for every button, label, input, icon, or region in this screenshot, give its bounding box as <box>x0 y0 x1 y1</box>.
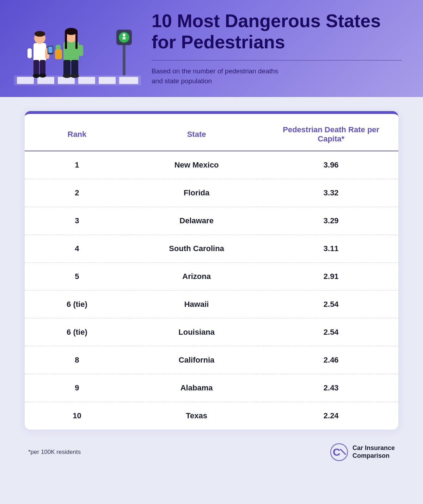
svg-rect-32 <box>71 60 78 75</box>
col-header-state: State <box>129 114 264 151</box>
state-cell: Arizona <box>129 262 264 290</box>
brand-logo: C Car Insurance Comparison <box>330 443 395 461</box>
rank-cell: 1 <box>25 151 129 179</box>
rate-cell: 2.24 <box>264 402 398 430</box>
rate-cell: 2.43 <box>264 374 398 402</box>
table-row: 10 Texas 2.24 <box>25 402 398 430</box>
state-cell: South Carolina <box>129 235 264 262</box>
state-cell: Florida <box>129 179 264 207</box>
table-row: 6 (tie) Louisiana 2.54 <box>25 318 398 346</box>
rank-cell: 2 <box>25 179 129 207</box>
rank-cell: 6 (tie) <box>25 290 129 318</box>
rate-cell: 3.29 <box>264 207 398 235</box>
rate-cell: 3.32 <box>264 179 398 207</box>
state-cell: Hawaii <box>129 290 264 318</box>
pedestrian-illustration <box>14 11 141 85</box>
svg-rect-4 <box>78 77 95 84</box>
rank-cell: 9 <box>25 374 129 402</box>
svg-rect-1 <box>17 77 34 84</box>
rank-cell: 8 <box>25 346 129 374</box>
rate-cell: 2.54 <box>264 290 398 318</box>
state-cell: Delaware <box>129 207 264 235</box>
col-header-rate: Pedestrian Death Rate per Capita* <box>264 114 398 151</box>
svg-point-34 <box>70 74 79 78</box>
data-table-container: Rank State Pedestrian Death Rate per Cap… <box>25 111 398 430</box>
svg-rect-5 <box>99 77 116 84</box>
svg-rect-7 <box>123 43 125 75</box>
rate-cell: 3.11 <box>264 235 398 262</box>
header-illustration <box>14 11 141 85</box>
rank-cell: 5 <box>25 262 129 290</box>
table-row: 4 South Carolina 3.11 <box>25 235 398 262</box>
page-title: 10 Most Dangerous States for Pedestrians <box>152 11 402 53</box>
rate-cell: 3.96 <box>264 151 398 179</box>
svg-rect-3 <box>58 77 75 84</box>
svg-rect-29 <box>65 31 67 49</box>
state-cell: Alabama <box>129 374 264 402</box>
svg-rect-2 <box>37 77 54 84</box>
logo-icon: C <box>330 443 348 461</box>
logo-line2: Comparison <box>352 452 395 460</box>
col-header-rank: Rank <box>25 114 129 151</box>
footer-section: *per 100K residents C Car Insurance Comp… <box>25 437 398 472</box>
rate-cell: 2.54 <box>264 318 398 346</box>
state-cell: New Mexico <box>129 151 264 179</box>
table-row: 2 Florida 3.32 <box>25 179 398 207</box>
svg-rect-31 <box>63 60 70 75</box>
state-cell: California <box>129 346 264 374</box>
rank-cell: 4 <box>25 235 129 262</box>
svg-rect-25 <box>27 48 32 58</box>
table-row: 9 Alabama 2.43 <box>25 374 398 402</box>
rate-cell: 2.91 <box>264 262 398 290</box>
table-header-row: Rank State Pedestrian Death Rate per Cap… <box>25 114 398 151</box>
rank-cell: 3 <box>25 207 129 235</box>
state-cell: Texas <box>129 402 264 430</box>
svg-rect-15 <box>33 43 46 61</box>
svg-rect-24 <box>48 47 53 53</box>
rate-cell: 2.46 <box>264 346 398 374</box>
svg-rect-19 <box>40 60 45 75</box>
rankings-table: Rank State Pedestrian Death Rate per Cap… <box>25 114 398 430</box>
svg-rect-36 <box>78 45 83 56</box>
table-row: 5 Arizona 2.91 <box>25 262 398 290</box>
table-row: 3 Delaware 3.29 <box>25 207 398 235</box>
svg-point-10 <box>123 34 125 36</box>
table-row: 8 California 2.46 <box>25 346 398 374</box>
rank-cell: 10 <box>25 402 129 430</box>
rank-cell: 6 (tie) <box>25 318 129 346</box>
svg-rect-18 <box>33 60 39 75</box>
table-row: 6 (tie) Hawaii 2.54 <box>25 290 398 318</box>
svg-point-21 <box>39 73 46 78</box>
header-section: 10 Most Dangerous States for Pedestrians… <box>0 0 423 97</box>
logo-text-block: Car Insurance Comparison <box>352 444 395 460</box>
svg-rect-37 <box>55 49 62 59</box>
svg-point-17 <box>35 31 45 37</box>
table-row: 1 New Mexico 3.96 <box>25 151 398 179</box>
header-divider <box>152 60 402 61</box>
svg-point-33 <box>63 74 71 78</box>
header-subtitle: Based on the number of pedestrian deaths… <box>152 66 286 86</box>
logo-line1: Car Insurance <box>352 444 395 452</box>
header-text: 10 Most Dangerous States for Pedestrians… <box>141 11 402 86</box>
state-cell: Louisiana <box>129 318 264 346</box>
svg-text:C: C <box>333 446 341 458</box>
svg-rect-6 <box>119 77 138 84</box>
svg-rect-30 <box>75 31 78 49</box>
footnote-text: *per 100K residents <box>28 449 81 456</box>
svg-point-20 <box>33 74 40 78</box>
